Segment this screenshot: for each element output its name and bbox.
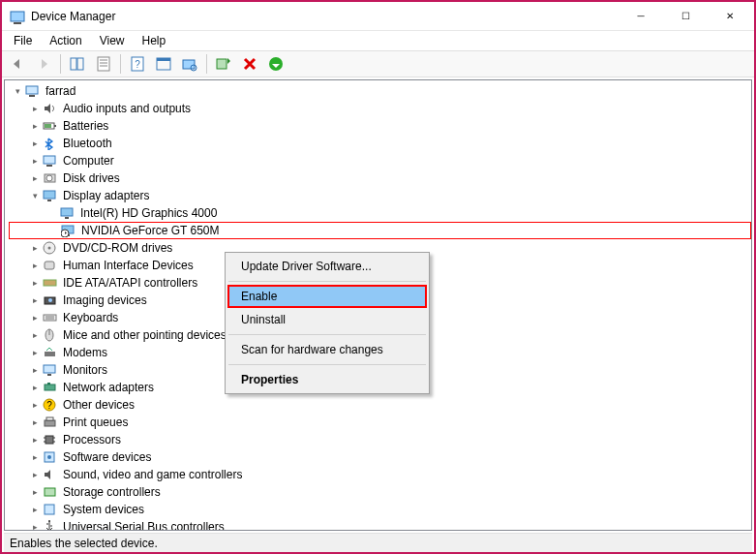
svg-rect-1 (14, 22, 21, 24)
tree-item[interactable]: ▸Batteries (9, 117, 751, 135)
svg-rect-59 (45, 488, 55, 496)
update-driver-button[interactable] (212, 52, 235, 76)
menu-file[interactable]: File (6, 33, 40, 48)
tree-item-label: Display adapters (61, 187, 151, 204)
battery-icon (42, 118, 59, 134)
forward-button[interactable] (32, 52, 55, 76)
ctx-update-driver[interactable]: Update Driver Software... (227, 255, 427, 278)
twisty-closed-icon[interactable]: ▸ (28, 311, 42, 324)
display-adapter-icon (59, 205, 76, 221)
twisty-closed-icon[interactable]: ▸ (28, 102, 42, 115)
toolbar-separator (120, 54, 121, 74)
tree-item[interactable]: ▸Disk drives (9, 169, 751, 187)
tree-item-label: Network adapters (61, 379, 156, 396)
hid-icon (42, 258, 59, 273)
tree-item-label: IDE ATA/ATAPI controllers (61, 274, 199, 292)
tree-item[interactable]: ▸Audio inputs and outputs (9, 100, 751, 117)
tree-item[interactable]: ▸Sound, video and game controllers (9, 466, 751, 483)
twisty-closed-icon[interactable]: ▸ (28, 450, 42, 464)
ide-icon (42, 275, 59, 291)
menu-help[interactable]: Help (135, 33, 174, 48)
tree-item-intel-gpu[interactable]: Intel(R) HD Graphics 4000 (9, 204, 751, 222)
tree-item-nvidia-gpu[interactable]: NVIDIA GeForce GT 650M (9, 222, 751, 239)
maximize-button[interactable]: ☐ (663, 2, 708, 31)
window-title: Device Manager (31, 10, 619, 23)
svg-point-24 (46, 175, 52, 181)
show-hide-console-button[interactable] (66, 52, 89, 76)
storage-icon (42, 484, 59, 500)
twisty-closed-icon[interactable]: ▸ (28, 346, 42, 359)
twisty-closed-icon[interactable]: ▸ (28, 154, 42, 168)
tree-item-label: Computer (61, 152, 116, 169)
twisty-closed-icon[interactable]: ▸ (28, 485, 42, 499)
twisty-closed-icon[interactable]: ▸ (28, 171, 42, 185)
tree-item-label: Human Interface Devices (61, 257, 196, 274)
tree-root[interactable]: ▾ farrad (9, 82, 751, 100)
twisty-closed-icon[interactable]: ▸ (28, 503, 42, 516)
svg-rect-2 (71, 58, 76, 70)
enable-button[interactable] (264, 52, 287, 76)
twisty-closed-icon[interactable]: ▸ (28, 119, 42, 133)
tree-item-label: Print queues (61, 414, 130, 431)
close-button[interactable]: ✕ (708, 2, 752, 31)
tree-item[interactable]: ▸Software devices (9, 448, 751, 466)
ctx-uninstall[interactable]: Uninstall (227, 308, 427, 331)
twisty-closed-icon[interactable]: ▸ (28, 381, 42, 394)
twisty-closed-icon[interactable]: ▸ (28, 259, 42, 272)
svg-rect-26 (47, 200, 51, 201)
software-icon (42, 449, 59, 465)
tree-item-display-adapters[interactable]: ▾Display adapters (9, 187, 751, 204)
app-icon (10, 9, 25, 24)
display-adapter-icon (42, 188, 59, 203)
twisty-closed-icon[interactable]: ▸ (28, 363, 42, 377)
audio-icon (42, 101, 59, 116)
menu-view[interactable]: View (92, 33, 133, 48)
svg-rect-25 (44, 191, 55, 199)
tree-root-label: farrad (44, 82, 77, 100)
twisty-closed-icon[interactable]: ▸ (28, 433, 42, 446)
tree-item-label: Monitors (61, 361, 109, 379)
twisty-closed-icon[interactable]: ▸ (28, 241, 42, 255)
processor-icon (42, 432, 59, 447)
help-button[interactable]: ? (126, 52, 149, 76)
twisty-closed-icon[interactable]: ▸ (28, 293, 42, 307)
tree-item[interactable]: ▸Computer (9, 152, 751, 169)
tree-item[interactable]: ▸Universal Serial Bus controllers (9, 518, 751, 530)
twisty-closed-icon[interactable]: ▸ (28, 398, 42, 412)
twisty-closed-icon[interactable]: ▸ (28, 137, 42, 150)
ctx-properties[interactable]: Properties (227, 368, 427, 391)
tree-item[interactable]: ▸Bluetooth (9, 135, 751, 152)
menu-action[interactable]: Action (42, 33, 89, 48)
ctx-enable[interactable]: Enable (227, 285, 427, 308)
twisty-closed-icon[interactable]: ▸ (28, 276, 42, 290)
network-icon (42, 380, 59, 395)
properties-button[interactable] (92, 52, 115, 76)
svg-rect-44 (44, 365, 55, 373)
scan-hardware-button[interactable] (178, 52, 201, 76)
tree-item[interactable]: ▸Print queues (9, 414, 751, 431)
tree-item[interactable]: ▸System devices (9, 501, 751, 518)
twisty-closed-icon[interactable]: ▸ (28, 520, 42, 530)
twisty-closed-icon[interactable]: ▸ (28, 328, 42, 342)
svg-text:?: ? (46, 400, 52, 411)
tree-item[interactable]: ▸?Other devices (9, 396, 751, 414)
uninstall-button[interactable] (238, 52, 261, 76)
tree-item[interactable]: ▸Storage controllers (9, 483, 751, 501)
twisty-closed-icon[interactable]: ▸ (28, 468, 42, 481)
tree-item[interactable]: ▸Processors (9, 431, 751, 448)
tree-item-label: Audio inputs and outputs (61, 100, 193, 117)
ctx-scan-hardware[interactable]: Scan for hardware changes (227, 338, 427, 361)
tree-item-label: Imaging devices (61, 292, 149, 309)
usb-icon (42, 519, 59, 530)
title-bar: Device Manager ─ ☐ ✕ (2, 2, 754, 31)
twisty-open-icon[interactable]: ▾ (11, 84, 24, 98)
twisty-closed-icon[interactable]: ▸ (28, 416, 42, 429)
minimize-button[interactable]: ─ (619, 2, 663, 31)
svg-text:?: ? (135, 59, 140, 70)
twisty-open-icon[interactable]: ▾ (28, 189, 42, 202)
mouse-icon (42, 327, 59, 343)
svg-rect-21 (44, 156, 55, 164)
ctx-separator (228, 364, 426, 365)
action-list-button[interactable] (152, 52, 175, 76)
back-button[interactable] (6, 52, 29, 76)
